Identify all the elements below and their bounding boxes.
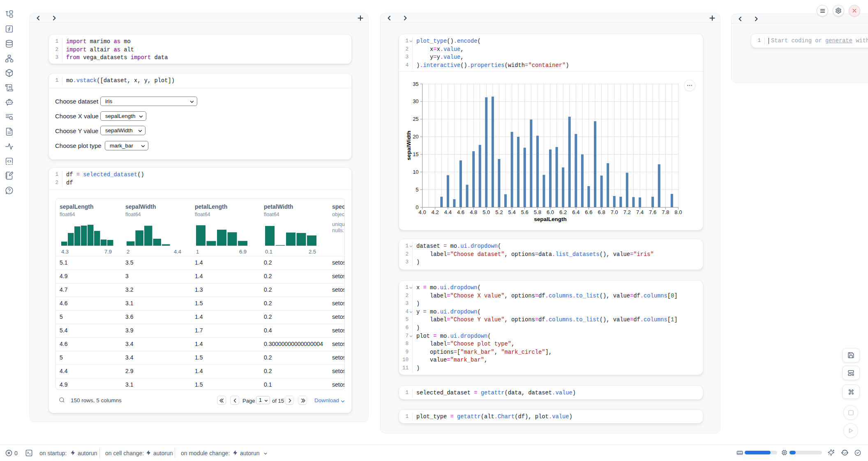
svg-text:6.2: 6.2	[559, 209, 567, 215]
svg-text:7.2: 7.2	[623, 209, 631, 215]
svg-text:7.6: 7.6	[649, 209, 656, 215]
svg-text:5.6: 5.6	[521, 209, 529, 215]
svg-text:7.4: 7.4	[636, 209, 644, 215]
svg-text:sepalWidth: sepalWidth	[406, 131, 412, 160]
svg-text:5: 5	[416, 187, 418, 193]
svg-text:6.4: 6.4	[572, 209, 579, 215]
svg-text:25: 25	[413, 116, 418, 122]
svg-text:4.0: 4.0	[419, 209, 426, 215]
svg-text:5.8: 5.8	[534, 209, 541, 215]
svg-text:0: 0	[416, 204, 418, 210]
svg-text:4.6: 4.6	[457, 209, 464, 215]
svg-text:6.8: 6.8	[598, 209, 605, 215]
svg-text:5.0: 5.0	[482, 209, 490, 215]
svg-text:6.6: 6.6	[585, 209, 592, 215]
svg-text:4.4: 4.4	[444, 209, 452, 215]
svg-text:4.8: 4.8	[470, 209, 477, 215]
svg-text:35: 35	[413, 81, 418, 87]
svg-text:7.8: 7.8	[662, 209, 669, 215]
svg-text:15: 15	[413, 151, 418, 157]
svg-text:5.2: 5.2	[495, 209, 503, 215]
svg-text:20: 20	[413, 134, 418, 140]
svg-text:sepalLength: sepalLength	[534, 216, 567, 222]
svg-text:30: 30	[413, 98, 418, 104]
svg-text:8.0: 8.0	[674, 209, 682, 215]
svg-text:10: 10	[413, 169, 418, 175]
svg-text:5.4: 5.4	[508, 209, 516, 215]
svg-text:7.0: 7.0	[611, 209, 618, 215]
svg-text:4.2: 4.2	[432, 209, 439, 215]
svg-text:6.0: 6.0	[547, 209, 554, 215]
